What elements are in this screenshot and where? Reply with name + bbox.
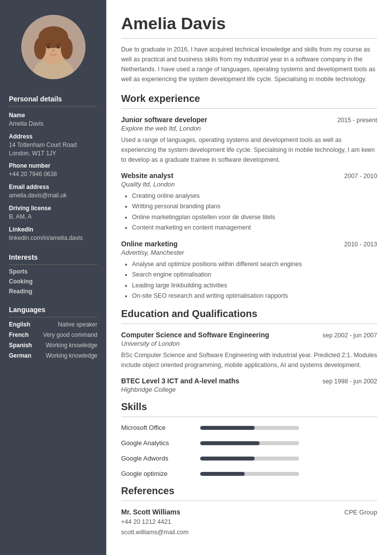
skill-bar-bg-google-adwords	[200, 457, 299, 461]
svg-point-6	[61, 38, 73, 59]
linkedin-label: LinkedIn	[9, 226, 97, 233]
ref-phone-1: +44 20 1212 4421	[121, 517, 377, 527]
svg-point-9	[52, 49, 54, 52]
skill-label-google-adwords: Google Adwords	[121, 455, 200, 462]
phone-value: +44 20 7946 0638	[9, 170, 97, 179]
driving-label: Driving license	[9, 205, 97, 212]
lang-name-french: French	[9, 331, 39, 338]
lang-name-english: English	[9, 321, 39, 328]
job-company-3: Advertisy, Manchester	[121, 249, 377, 256]
job-company-2: Quality ltd, London	[121, 181, 377, 188]
skill-row-ms-office: Microsoft Office	[121, 424, 377, 431]
job-desc-1: Used a range of languages, operating sys…	[121, 135, 377, 165]
phone-label: Phone number	[9, 162, 97, 169]
lang-level-french: Very good command	[43, 331, 97, 338]
job-header-2: Website analyst 2007 - 2010	[121, 172, 377, 180]
address-label: Address	[9, 133, 97, 140]
interest-cooking: Cooking	[9, 278, 97, 285]
main-content: Amelia Davis Due to graduate in 2016, I …	[106, 0, 392, 555]
job-title-1: Junior software developer	[121, 116, 207, 124]
bullet-3-3: On-site SEO research and writing optimal…	[132, 291, 377, 301]
email-value: amelia.davis@mail.uk	[9, 191, 97, 200]
summary-text: Due to graduate in 2016, I have acquired…	[121, 45, 377, 84]
references-title: References	[121, 485, 377, 497]
languages-section: Languages English Native speaker French …	[0, 300, 106, 364]
skill-bar-bg-google-optimize	[200, 472, 299, 476]
edu-header-2: BTEC Level 3 ICT and A-level maths sep 1…	[121, 377, 377, 385]
skill-bar-fill-ms-office	[200, 426, 255, 430]
name-divider	[121, 38, 377, 39]
svg-point-7	[46, 46, 50, 48]
name-label: Name	[9, 112, 97, 119]
lang-row-german: German Working knowledge	[9, 352, 97, 359]
languages-title: Languages	[9, 306, 97, 318]
skill-label-ms-office: Microsoft Office	[121, 424, 200, 431]
skill-row-google-analytics: Google Analytics	[121, 439, 377, 447]
work-experience-divider	[121, 108, 377, 109]
skills-divider	[121, 416, 377, 417]
lang-row-english: English Native speaker	[9, 321, 97, 328]
address-line1: 14 Tottenham Court Road	[9, 141, 97, 149]
references-divider	[121, 501, 377, 501]
bullet-3-2: Leading large linkbuilding activities	[132, 280, 377, 291]
bullet-3-1: Search engine optimalisation	[132, 270, 377, 280]
lang-row-french: French Very good command	[9, 331, 97, 338]
edu-title-2: BTEC Level 3 ICT and A-level maths	[121, 377, 239, 385]
sidebar: Personal details Name Amelia Davis Addre…	[0, 0, 106, 555]
bullet-2-2: Online marketingplan opstellen voor de d…	[132, 212, 377, 223]
work-experience-title: Work experience	[121, 93, 377, 104]
skill-bar-fill-google-optimize	[200, 472, 245, 476]
edu-header-1: Computer Science and Software Engineerin…	[121, 331, 377, 339]
name-value: Amelia Davis	[9, 120, 97, 128]
bullet-2-0: Creating online analyses	[132, 191, 377, 201]
svg-point-5	[34, 38, 46, 59]
lang-level-german: Working knowledge	[45, 352, 97, 359]
skill-label-google-optimize: Google optimize	[121, 470, 200, 477]
skill-bar-bg-google-analytics	[200, 441, 299, 445]
job-bullets-2: Creating online analyses Writting person…	[121, 191, 377, 233]
edu-desc-1: BSc Computer Science and Software Engine…	[121, 350, 377, 370]
edu-title-1: Computer Science and Software Engineerin…	[121, 331, 269, 339]
interests-section: Interests Sports Cooking Reading	[0, 247, 106, 300]
job-dates-1: 2015 - present	[337, 117, 377, 124]
personal-details-title: Personal details	[9, 95, 97, 107]
job-dates-3: 2010 - 2013	[344, 241, 377, 248]
lang-name-spanish: Spanish	[9, 342, 39, 349]
skills-title: Skills	[121, 401, 377, 413]
interests-title: Interests	[9, 253, 97, 265]
job-company-1: Explore the web ltd, London	[121, 125, 377, 132]
bullet-2-1: Writting personal branding plans	[132, 201, 377, 212]
skill-bar-bg-ms-office	[200, 426, 299, 430]
edu-dates-1: sep 2002 - jun 2007	[322, 332, 377, 339]
page-title: Amelia Davis	[121, 14, 377, 33]
ref-company-1: CPE Group	[345, 509, 377, 516]
address-line2: London, W1T 1JY	[9, 149, 97, 158]
lang-level-english: Native speaker	[58, 321, 97, 328]
skill-bar-fill-google-analytics	[200, 441, 260, 445]
job-header-3: Online marketing 2010 - 2013	[121, 240, 377, 248]
driving-value: B, AM, A	[9, 213, 97, 221]
job-dates-2: 2007 - 2010	[344, 173, 377, 180]
skill-label-google-analytics: Google Analytics	[121, 439, 200, 447]
reference-header-1: Mr. Scott Williams CPE Group	[121, 508, 377, 516]
education-divider	[121, 324, 377, 324]
job-bullets-3: Analyse and optimize positions within di…	[121, 259, 377, 301]
avatar	[21, 15, 86, 79]
interest-reading: Reading	[9, 288, 97, 295]
edu-institution-1: University of London	[121, 340, 377, 347]
linkedin-value: linkedin.com/in/amelia.davis	[9, 234, 97, 242]
email-label: Email address	[9, 184, 97, 190]
interest-sports: Sports	[9, 268, 97, 275]
edu-dates-2: sep 1998 - jun 2002	[322, 378, 377, 385]
job-header-1: Junior software developer 2015 - present	[121, 116, 377, 124]
bullet-3-0: Analyse and optimize positions within di…	[132, 259, 377, 270]
svg-point-8	[56, 46, 60, 48]
lang-row-spanish: Spanish Working knowledge	[9, 342, 97, 349]
personal-details-section: Personal details Name Amelia Davis Addre…	[0, 89, 106, 247]
edu-institution-2: Highbridge College	[121, 386, 377, 393]
lang-level-spanish: Working knowledge	[45, 342, 97, 349]
job-title-2: Website analyst	[121, 172, 174, 180]
job-title-3: Online marketing	[121, 240, 177, 248]
skill-row-google-adwords: Google Adwords	[121, 455, 377, 462]
skill-bar-fill-google-adwords	[200, 457, 255, 461]
